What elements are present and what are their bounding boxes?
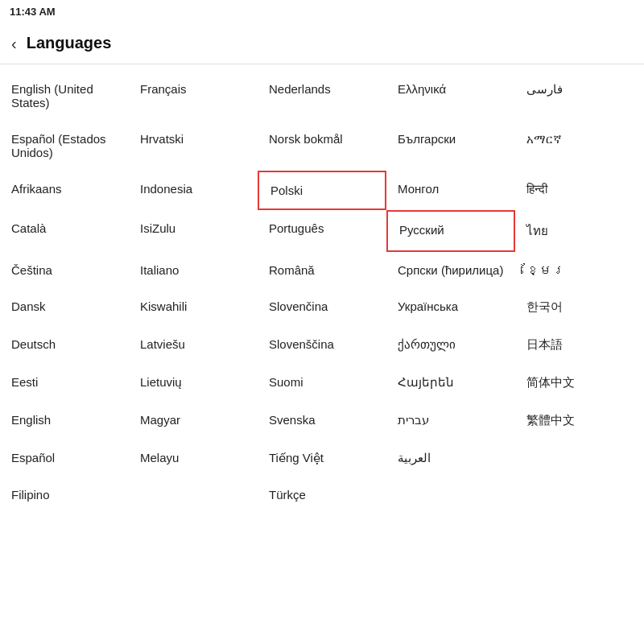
language-item[interactable]: Suomi xyxy=(258,364,386,402)
language-item[interactable]: ខ្មែរ xyxy=(515,252,644,288)
language-item[interactable]: 简体中文 xyxy=(515,364,644,402)
language-item[interactable]: English xyxy=(0,402,129,440)
language-item[interactable]: Français xyxy=(129,71,258,121)
language-item[interactable]: Русский xyxy=(386,210,515,252)
language-item[interactable]: Монгол xyxy=(386,171,515,210)
back-button[interactable]: ‹ xyxy=(11,35,17,52)
language-item[interactable]: עברית xyxy=(386,402,515,440)
language-item[interactable]: Norsk bokmål xyxy=(258,121,386,171)
language-item[interactable]: Italiano xyxy=(129,252,258,288)
language-item[interactable]: Indonesia xyxy=(129,171,258,210)
language-item[interactable]: العربية xyxy=(386,440,515,477)
language-item[interactable]: Eesti xyxy=(0,364,129,402)
language-item[interactable]: Slovenščina xyxy=(258,326,386,364)
language-item[interactable]: Română xyxy=(258,252,386,288)
language-item[interactable]: Español (Estados Unidos) xyxy=(0,121,129,171)
language-item[interactable]: አማርኛ xyxy=(515,121,644,171)
language-item[interactable]: Svenska xyxy=(258,402,386,440)
language-item[interactable]: Nederlands xyxy=(258,71,386,121)
header: ‹ Languages xyxy=(0,23,644,64)
time: 11:43 AM xyxy=(10,6,56,18)
language-item[interactable]: Українська xyxy=(386,288,515,326)
language-item[interactable]: English (United States) xyxy=(0,71,129,121)
language-item[interactable]: فارسی xyxy=(515,71,644,121)
languages-grid: English (United States)Español (Estados … xyxy=(0,64,644,519)
language-item[interactable]: Български xyxy=(386,121,515,171)
language-item[interactable]: Tiếng Việt xyxy=(258,440,386,477)
language-item[interactable]: Српски (ћирилица) xyxy=(386,252,515,288)
status-bar: 11:43 AM xyxy=(0,0,644,23)
language-item[interactable]: Հայերեն xyxy=(386,364,515,402)
language-item[interactable]: Magyar xyxy=(129,402,258,440)
language-item[interactable]: हिन्दी xyxy=(515,171,644,210)
language-item[interactable]: Melayu xyxy=(129,440,258,477)
language-item[interactable]: Deutsch xyxy=(0,326,129,364)
language-item[interactable]: Català xyxy=(0,210,129,252)
language-item[interactable]: Español xyxy=(0,440,129,477)
language-item[interactable]: Filipino xyxy=(0,477,129,513)
page-title: Languages xyxy=(27,34,112,52)
language-item[interactable]: ไทย xyxy=(515,210,644,252)
language-item[interactable]: Ελληνικά xyxy=(386,71,515,121)
language-item[interactable]: Türkçe xyxy=(258,477,386,513)
language-item[interactable]: Polski xyxy=(258,171,386,210)
language-item[interactable]: 繁體中文 xyxy=(515,402,644,440)
language-item[interactable]: 日本語 xyxy=(515,326,644,364)
language-item[interactable]: Čeština xyxy=(0,252,129,288)
language-item[interactable]: IsiZulu xyxy=(129,210,258,252)
language-item[interactable]: Kiswahili xyxy=(129,288,258,326)
language-item[interactable]: Latviešu xyxy=(129,326,258,364)
language-item[interactable]: 한국어 xyxy=(515,288,644,326)
language-item[interactable]: Dansk xyxy=(0,288,129,326)
language-item[interactable]: Slovenčina xyxy=(258,288,386,326)
language-item[interactable]: ქართული xyxy=(386,326,515,364)
language-item[interactable]: Lietuvių xyxy=(129,364,258,402)
language-item[interactable]: Hrvatski xyxy=(129,121,258,171)
language-item[interactable]: Afrikaans xyxy=(0,171,129,210)
language-item[interactable]: Português xyxy=(258,210,386,252)
